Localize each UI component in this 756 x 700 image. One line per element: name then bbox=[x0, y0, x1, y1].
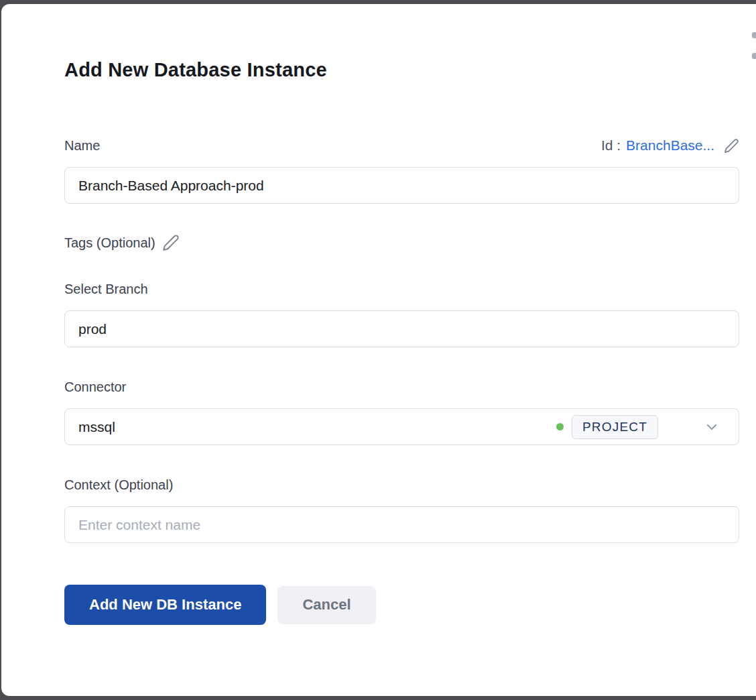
project-scope-badge: PROJECT bbox=[572, 415, 658, 439]
chevron-down-icon bbox=[704, 419, 720, 435]
branch-input[interactable] bbox=[64, 310, 739, 347]
tags-label: Tags (Optional) bbox=[64, 235, 155, 251]
name-input[interactable] bbox=[64, 167, 739, 204]
connector-label: Connector bbox=[64, 380, 739, 395]
context-label: Context (Optional) bbox=[64, 477, 739, 493]
branch-label: Select Branch bbox=[64, 282, 739, 297]
clipped-edge-icon bbox=[752, 32, 756, 59]
modal-title: Add New Database Instance bbox=[64, 59, 739, 81]
name-field-header: Name Id : BranchBase... bbox=[64, 137, 739, 154]
connector-value: mssql bbox=[78, 419, 556, 435]
connector-select[interactable]: mssql PROJECT bbox=[64, 408, 739, 445]
pencil-icon bbox=[724, 138, 739, 154]
add-db-instance-button[interactable]: Add New DB Instance bbox=[64, 585, 266, 625]
instance-id-link[interactable]: BranchBase... bbox=[626, 137, 714, 154]
instance-id-group: Id : BranchBase... bbox=[601, 137, 739, 154]
add-db-instance-modal: Add New Database Instance Name Id : Bran… bbox=[1, 4, 756, 696]
edit-id-button[interactable] bbox=[724, 138, 739, 154]
name-label: Name bbox=[64, 138, 100, 154]
modal-actions: Add New DB Instance Cancel bbox=[64, 585, 739, 625]
cancel-button[interactable]: Cancel bbox=[277, 586, 375, 624]
status-dot-icon bbox=[556, 423, 564, 430]
edit-tags-button[interactable] bbox=[162, 234, 180, 251]
tags-field-header: Tags (Optional) bbox=[64, 234, 739, 251]
pencil-icon bbox=[162, 234, 180, 251]
modal-content: Add New Database Instance Name Id : Bran… bbox=[1, 4, 756, 625]
id-prefix-label: Id : bbox=[601, 137, 621, 154]
context-input[interactable] bbox=[64, 506, 739, 543]
